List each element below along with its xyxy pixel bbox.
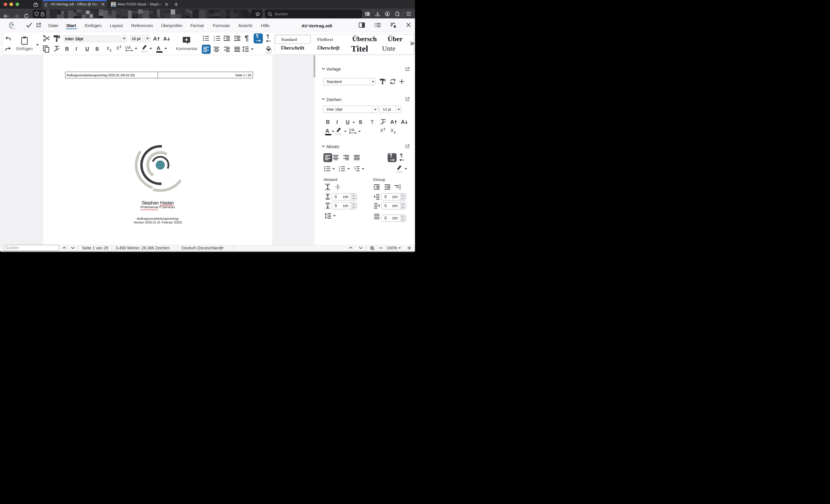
- svg-text:A: A: [153, 36, 157, 42]
- svg-text:1: 1: [354, 166, 355, 168]
- svg-text:A: A: [128, 45, 131, 50]
- svg-text:3: 3: [339, 170, 340, 172]
- svg-text:X: X: [390, 129, 394, 133]
- svg-text:2: 2: [394, 131, 396, 134]
- svg-text:3: 3: [214, 39, 215, 41]
- svg-text:2: 2: [120, 45, 121, 48]
- svg-text:2: 2: [384, 128, 385, 131]
- svg-text:X: X: [116, 46, 119, 51]
- svg-text:A: A: [163, 36, 167, 42]
- svg-text:A: A: [352, 128, 354, 132]
- svg-text:V: V: [125, 45, 128, 50]
- svg-text:2: 2: [110, 49, 111, 52]
- svg-text:X: X: [380, 128, 383, 133]
- svg-text:A: A: [401, 119, 405, 125]
- svg-text:X: X: [106, 46, 109, 51]
- svg-text:A: A: [390, 119, 394, 125]
- svg-text:V: V: [349, 128, 352, 132]
